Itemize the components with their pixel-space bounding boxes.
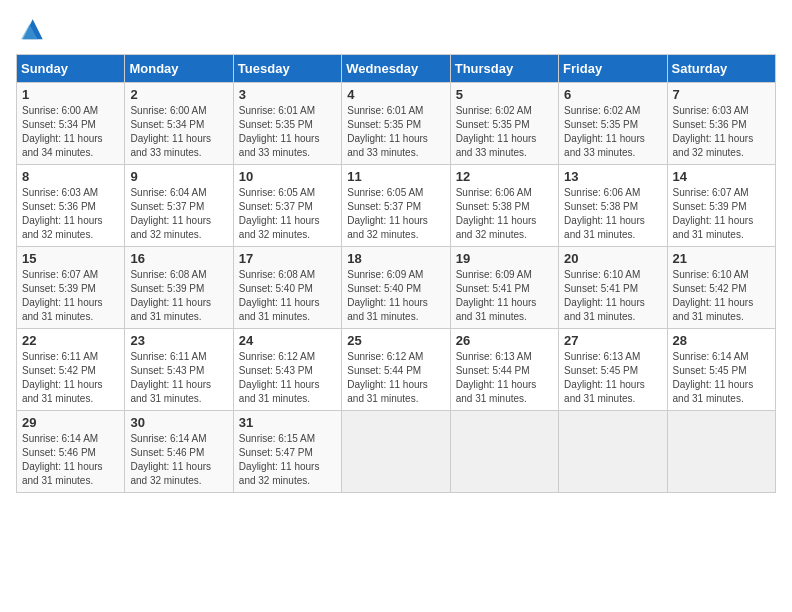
day-content: Sunrise: 6:07 AMSunset: 5:39 PMDaylight:…: [673, 186, 770, 242]
calendar-cell: [450, 411, 558, 493]
calendar-cell: 30Sunrise: 6:14 AMSunset: 5:46 PMDayligh…: [125, 411, 233, 493]
day-content: Sunrise: 6:00 AMSunset: 5:34 PMDaylight:…: [22, 104, 119, 160]
logo-icon: [16, 16, 46, 46]
day-content: Sunrise: 6:10 AMSunset: 5:42 PMDaylight:…: [673, 268, 770, 324]
column-header-thursday: Thursday: [450, 55, 558, 83]
day-number: 22: [22, 333, 119, 348]
day-content: Sunrise: 6:09 AMSunset: 5:41 PMDaylight:…: [456, 268, 553, 324]
day-number: 26: [456, 333, 553, 348]
calendar-week-row: 8Sunrise: 6:03 AMSunset: 5:36 PMDaylight…: [17, 165, 776, 247]
calendar-cell: 16Sunrise: 6:08 AMSunset: 5:39 PMDayligh…: [125, 247, 233, 329]
day-number: 14: [673, 169, 770, 184]
day-content: Sunrise: 6:13 AMSunset: 5:45 PMDaylight:…: [564, 350, 661, 406]
calendar-header-row: SundayMondayTuesdayWednesdayThursdayFrid…: [17, 55, 776, 83]
calendar-cell: 8Sunrise: 6:03 AMSunset: 5:36 PMDaylight…: [17, 165, 125, 247]
day-number: 23: [130, 333, 227, 348]
calendar-cell: 25Sunrise: 6:12 AMSunset: 5:44 PMDayligh…: [342, 329, 450, 411]
day-number: 13: [564, 169, 661, 184]
column-header-sunday: Sunday: [17, 55, 125, 83]
day-content: Sunrise: 6:05 AMSunset: 5:37 PMDaylight:…: [239, 186, 336, 242]
day-content: Sunrise: 6:11 AMSunset: 5:42 PMDaylight:…: [22, 350, 119, 406]
day-number: 30: [130, 415, 227, 430]
day-content: Sunrise: 6:10 AMSunset: 5:41 PMDaylight:…: [564, 268, 661, 324]
calendar-week-row: 1Sunrise: 6:00 AMSunset: 5:34 PMDaylight…: [17, 83, 776, 165]
calendar-cell: 7Sunrise: 6:03 AMSunset: 5:36 PMDaylight…: [667, 83, 775, 165]
logo: [16, 16, 50, 46]
day-content: Sunrise: 6:06 AMSunset: 5:38 PMDaylight:…: [456, 186, 553, 242]
day-content: Sunrise: 6:08 AMSunset: 5:40 PMDaylight:…: [239, 268, 336, 324]
calendar-cell: 20Sunrise: 6:10 AMSunset: 5:41 PMDayligh…: [559, 247, 667, 329]
day-content: Sunrise: 6:14 AMSunset: 5:45 PMDaylight:…: [673, 350, 770, 406]
day-content: Sunrise: 6:06 AMSunset: 5:38 PMDaylight:…: [564, 186, 661, 242]
calendar-cell: 6Sunrise: 6:02 AMSunset: 5:35 PMDaylight…: [559, 83, 667, 165]
calendar-cell: 11Sunrise: 6:05 AMSunset: 5:37 PMDayligh…: [342, 165, 450, 247]
day-number: 21: [673, 251, 770, 266]
day-number: 15: [22, 251, 119, 266]
calendar-cell: 12Sunrise: 6:06 AMSunset: 5:38 PMDayligh…: [450, 165, 558, 247]
day-content: Sunrise: 6:14 AMSunset: 5:46 PMDaylight:…: [22, 432, 119, 488]
day-number: 2: [130, 87, 227, 102]
day-content: Sunrise: 6:14 AMSunset: 5:46 PMDaylight:…: [130, 432, 227, 488]
calendar-cell: 2Sunrise: 6:00 AMSunset: 5:34 PMDaylight…: [125, 83, 233, 165]
calendar-cell: 5Sunrise: 6:02 AMSunset: 5:35 PMDaylight…: [450, 83, 558, 165]
day-content: Sunrise: 6:13 AMSunset: 5:44 PMDaylight:…: [456, 350, 553, 406]
calendar-cell: [559, 411, 667, 493]
day-number: 20: [564, 251, 661, 266]
day-number: 19: [456, 251, 553, 266]
day-number: 7: [673, 87, 770, 102]
calendar-cell: [342, 411, 450, 493]
day-number: 16: [130, 251, 227, 266]
day-number: 6: [564, 87, 661, 102]
calendar-cell: 9Sunrise: 6:04 AMSunset: 5:37 PMDaylight…: [125, 165, 233, 247]
column-header-monday: Monday: [125, 55, 233, 83]
day-number: 9: [130, 169, 227, 184]
day-number: 27: [564, 333, 661, 348]
calendar-cell: 13Sunrise: 6:06 AMSunset: 5:38 PMDayligh…: [559, 165, 667, 247]
day-content: Sunrise: 6:15 AMSunset: 5:47 PMDaylight:…: [239, 432, 336, 488]
day-number: 17: [239, 251, 336, 266]
day-content: Sunrise: 6:02 AMSunset: 5:35 PMDaylight:…: [564, 104, 661, 160]
column-header-wednesday: Wednesday: [342, 55, 450, 83]
day-number: 10: [239, 169, 336, 184]
day-content: Sunrise: 6:01 AMSunset: 5:35 PMDaylight:…: [347, 104, 444, 160]
day-content: Sunrise: 6:02 AMSunset: 5:35 PMDaylight:…: [456, 104, 553, 160]
day-number: 1: [22, 87, 119, 102]
day-number: 8: [22, 169, 119, 184]
column-header-tuesday: Tuesday: [233, 55, 341, 83]
day-number: 18: [347, 251, 444, 266]
calendar-cell: 27Sunrise: 6:13 AMSunset: 5:45 PMDayligh…: [559, 329, 667, 411]
calendar-cell: 23Sunrise: 6:11 AMSunset: 5:43 PMDayligh…: [125, 329, 233, 411]
day-number: 24: [239, 333, 336, 348]
day-content: Sunrise: 6:03 AMSunset: 5:36 PMDaylight:…: [673, 104, 770, 160]
calendar-cell: 24Sunrise: 6:12 AMSunset: 5:43 PMDayligh…: [233, 329, 341, 411]
calendar-cell: 4Sunrise: 6:01 AMSunset: 5:35 PMDaylight…: [342, 83, 450, 165]
day-content: Sunrise: 6:07 AMSunset: 5:39 PMDaylight:…: [22, 268, 119, 324]
day-content: Sunrise: 6:12 AMSunset: 5:44 PMDaylight:…: [347, 350, 444, 406]
calendar-week-row: 22Sunrise: 6:11 AMSunset: 5:42 PMDayligh…: [17, 329, 776, 411]
calendar-cell: 17Sunrise: 6:08 AMSunset: 5:40 PMDayligh…: [233, 247, 341, 329]
calendar-cell: 15Sunrise: 6:07 AMSunset: 5:39 PMDayligh…: [17, 247, 125, 329]
column-header-saturday: Saturday: [667, 55, 775, 83]
day-content: Sunrise: 6:11 AMSunset: 5:43 PMDaylight:…: [130, 350, 227, 406]
calendar-cell: 21Sunrise: 6:10 AMSunset: 5:42 PMDayligh…: [667, 247, 775, 329]
calendar-cell: 31Sunrise: 6:15 AMSunset: 5:47 PMDayligh…: [233, 411, 341, 493]
day-content: Sunrise: 6:05 AMSunset: 5:37 PMDaylight:…: [347, 186, 444, 242]
day-content: Sunrise: 6:09 AMSunset: 5:40 PMDaylight:…: [347, 268, 444, 324]
calendar-cell: 1Sunrise: 6:00 AMSunset: 5:34 PMDaylight…: [17, 83, 125, 165]
calendar-table: SundayMondayTuesdayWednesdayThursdayFrid…: [16, 54, 776, 493]
page-header: [16, 16, 776, 46]
calendar-cell: 3Sunrise: 6:01 AMSunset: 5:35 PMDaylight…: [233, 83, 341, 165]
day-content: Sunrise: 6:04 AMSunset: 5:37 PMDaylight:…: [130, 186, 227, 242]
calendar-week-row: 15Sunrise: 6:07 AMSunset: 5:39 PMDayligh…: [17, 247, 776, 329]
calendar-cell: 19Sunrise: 6:09 AMSunset: 5:41 PMDayligh…: [450, 247, 558, 329]
calendar-cell: 18Sunrise: 6:09 AMSunset: 5:40 PMDayligh…: [342, 247, 450, 329]
calendar-cell: [667, 411, 775, 493]
day-number: 5: [456, 87, 553, 102]
day-content: Sunrise: 6:01 AMSunset: 5:35 PMDaylight:…: [239, 104, 336, 160]
calendar-cell: 26Sunrise: 6:13 AMSunset: 5:44 PMDayligh…: [450, 329, 558, 411]
column-header-friday: Friday: [559, 55, 667, 83]
day-number: 4: [347, 87, 444, 102]
calendar-cell: 22Sunrise: 6:11 AMSunset: 5:42 PMDayligh…: [17, 329, 125, 411]
day-number: 12: [456, 169, 553, 184]
calendar-cell: 10Sunrise: 6:05 AMSunset: 5:37 PMDayligh…: [233, 165, 341, 247]
